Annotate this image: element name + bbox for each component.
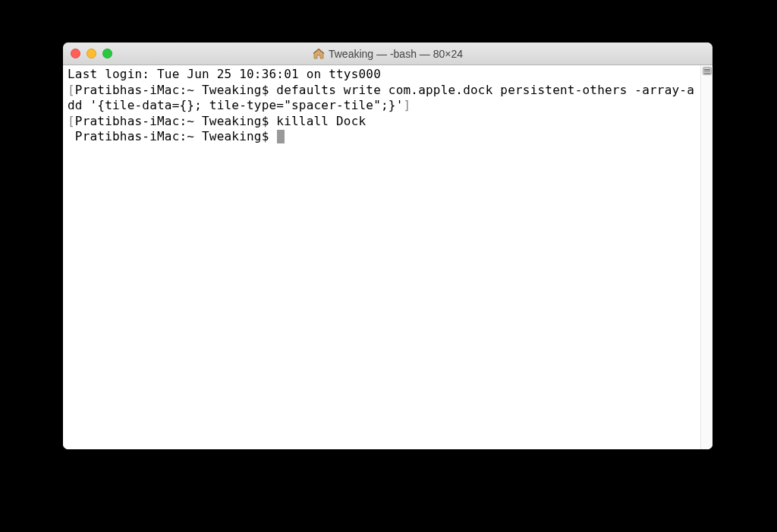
window-titlebar[interactable]: Tweaking — -bash — 80×24 [63, 42, 713, 65]
current-prompt-line: Pratibhas-iMac:~ Tweaking$ [68, 129, 697, 145]
minimize-button[interactable] [87, 49, 96, 58]
scrollbar[interactable] [700, 65, 713, 449]
bracket-left: [ [68, 83, 75, 97]
terminal-body: Last login: Tue Jun 25 10:36:01 on ttys0… [63, 65, 713, 449]
bracket-right: ] [403, 98, 411, 112]
traffic-lights [71, 49, 112, 58]
bracket-left: [ [68, 114, 75, 128]
prompt: Pratibhas-iMac:~ Tweaking$ [75, 83, 277, 97]
cursor-block [277, 130, 285, 143]
prompt: Pratibhas-iMac:~ Tweaking$ [75, 114, 277, 128]
split-pane-toggle-icon[interactable] [703, 67, 712, 75]
bracket-left [68, 129, 75, 143]
command-line-2: [Pratibhas-iMac:~ Tweaking$ killall Dock [68, 114, 697, 130]
terminal-content[interactable]: Last login: Tue Jun 25 10:36:01 on ttys0… [63, 65, 700, 449]
terminal-window: Tweaking — -bash — 80×24 Last login: Tue… [63, 42, 713, 449]
home-folder-icon [313, 49, 325, 59]
prompt: Pratibhas-iMac:~ Tweaking$ [75, 129, 277, 143]
window-title-text: Tweaking — -bash — 80×24 [329, 48, 463, 60]
maximize-button[interactable] [102, 49, 112, 58]
last-login-line: Last login: Tue Jun 25 10:36:01 on ttys0… [68, 67, 697, 83]
command-line-1: [Pratibhas-iMac:~ Tweaking$ defaults wri… [68, 83, 697, 114]
command-2-text: killall Dock [276, 114, 366, 128]
close-button[interactable] [71, 49, 80, 58]
window-title: Tweaking — -bash — 80×24 [63, 48, 713, 60]
